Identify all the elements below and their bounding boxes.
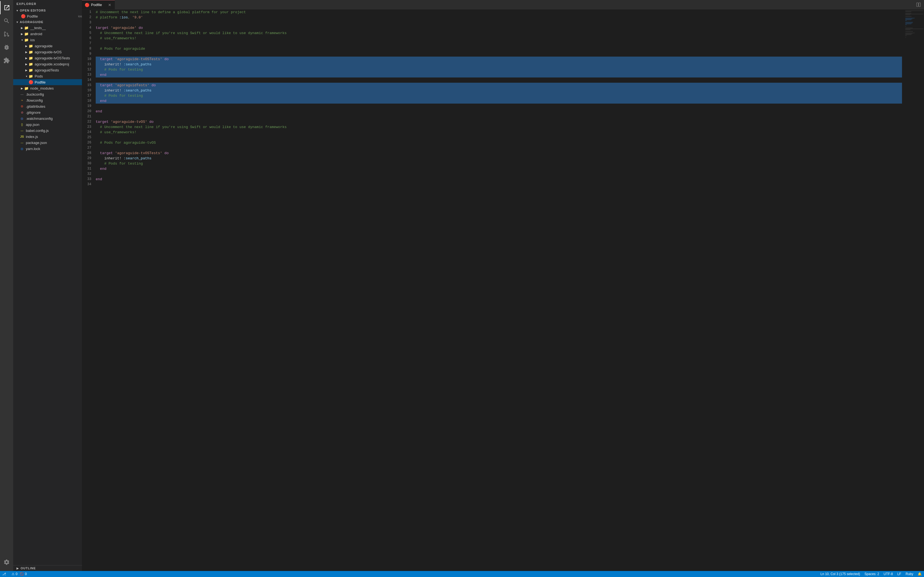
folder-arrow: ▾ (24, 74, 29, 78)
tree-item-node-modules[interactable]: ▶ 📁 node_modules (13, 85, 82, 91)
minimap-line (905, 29, 924, 29)
line-number: 7 (82, 41, 96, 46)
minimap-line (905, 13, 911, 13)
open-editor-podfile[interactable]: 🔴 Podfile ios (13, 13, 82, 19)
tab-close-button[interactable]: ✕ (108, 3, 112, 7)
line-number: 18 (82, 98, 96, 103)
status-spaces[interactable]: Spaces: 2 (863, 571, 881, 577)
minimap-line (905, 28, 913, 28)
folder-arrow: ▶ (20, 86, 24, 90)
code-line (96, 114, 902, 119)
open-editor-label: Podfile (27, 14, 77, 18)
tree-item-agoraguide[interactable]: ▶ 📁 agoraguide (13, 43, 82, 49)
line-numbers: 1234567891011121314151617181920212223242… (82, 10, 96, 571)
code-line: inherit! :search_paths (96, 156, 902, 161)
line-number: 19 (82, 103, 96, 109)
file-label: .flowconfig (26, 98, 82, 103)
tree-item-packagejson[interactable]: — package.json (13, 140, 82, 146)
folder-arrow: ▶ (20, 26, 24, 30)
folder-icon: 📁 (24, 26, 29, 30)
open-editor-badge: ios (78, 15, 82, 18)
code-line: end (96, 72, 902, 77)
split-editor-button[interactable] (915, 2, 922, 8)
outline-chevron: ▶ (16, 567, 19, 570)
line-number: 5 (82, 31, 96, 36)
line-number: 9 (82, 52, 96, 56)
folder-arrow: ▶ (24, 50, 29, 54)
tree-item-flowconfig[interactable]: ≈ .flowconfig (13, 97, 82, 103)
line-number: 3 (82, 20, 96, 25)
code-line: # use_frameworks! (96, 130, 902, 135)
language-label: Ruby (906, 572, 913, 576)
code-line: # Uncomment the next line to define a gl… (96, 10, 902, 15)
minimap-line (905, 22, 913, 23)
line-number: 16 (82, 88, 96, 93)
activity-bar-search[interactable] (0, 14, 13, 27)
status-line-ending[interactable]: LF (895, 571, 903, 577)
svg-rect-1 (919, 3, 921, 6)
folder-label: Pods (35, 74, 82, 78)
code-line: end (96, 177, 902, 182)
tree-item-babelconfig[interactable]: — babel.config.js (13, 127, 82, 134)
open-editors-section[interactable]: ▾ OPEN EDITORS (13, 8, 82, 13)
line-number: 15 (82, 83, 96, 88)
code-line: target 'agoraguide-tvOS' do (96, 119, 902, 124)
tree-item-watchmanconfig[interactable]: ◎ .watchmanconfig (13, 115, 82, 121)
tree-item-indexjs[interactable]: JS index.js (13, 134, 82, 140)
tab-podfile[interactable]: 🔴 Podfile ✕ (82, 0, 115, 9)
tree-item-pods[interactable]: ▾ 📁 Pods (13, 73, 82, 79)
tree-item-ios[interactable]: ▾ 📁 ios (13, 37, 82, 43)
activity-bar-git[interactable] (0, 27, 13, 41)
open-editors-label: OPEN EDITORS (20, 9, 46, 12)
folder-icon: 📁 (29, 74, 33, 78)
activity-bar-explorer[interactable] (0, 1, 13, 14)
tree-item-xcodeproj[interactable]: ▶ 📁 agoraguide.xcodeproj (13, 61, 82, 67)
tree-item-appjson[interactable]: {} app.json (13, 121, 82, 127)
tab-podfile-icon: 🔴 (85, 3, 89, 7)
spaces-label: Spaces: 2 (864, 572, 879, 576)
tree-item-agoraguide-tests[interactable]: ▶ 📁 agoraguidTests (13, 67, 82, 73)
status-language[interactable]: Ruby (903, 571, 916, 577)
tree-item-tests[interactable]: ▶ 📁 __tests__ (13, 25, 82, 31)
activity-bar-extensions[interactable] (0, 54, 13, 67)
main-content: 🔴 Podfile ✕ 1234567891011121314151617181… (82, 0, 924, 571)
tree-item-android[interactable]: ▶ 📁 android (13, 31, 82, 37)
tree-item-yarnlock[interactable]: ◎ yarn.lock (13, 146, 82, 152)
tree-item-buckconfig[interactable]: — .buckconfig (13, 91, 82, 97)
json-icon: — (20, 140, 24, 145)
status-bell[interactable]: 🔔 (916, 571, 924, 577)
code-line: # Pods for agoraguide-tvOS (96, 140, 902, 145)
line-number: 22 (82, 119, 96, 124)
watchman-icon: ◎ (20, 116, 24, 121)
code-line: # use_frameworks! (96, 36, 902, 41)
activity-bar (0, 0, 13, 571)
js-icon: — (20, 128, 24, 133)
status-branch[interactable]: ⎇ (0, 571, 9, 577)
podfile-icon: 🔴 (21, 14, 25, 18)
line-number: 4 (82, 25, 96, 31)
file-label: package.json (26, 141, 82, 145)
tree-item-gitignore[interactable]: ⊘ .gitignore (13, 110, 82, 115)
code-line: target 'agoraguide' do (96, 25, 902, 31)
folder-label: __tests__ (30, 26, 82, 30)
code-editor[interactable]: # Uncomment the next line to define a gl… (96, 10, 902, 571)
minimap-line (905, 14, 924, 14)
tree-item-gitattributes[interactable]: ⚙ .gitattributes (13, 103, 82, 110)
code-line (96, 41, 902, 46)
code-line: # Pods for testing (96, 67, 902, 72)
outline-section[interactable]: ▶ OUTLINE (13, 565, 82, 571)
status-line-col[interactable]: Ln 10, Col 3 (175 selected) (818, 571, 863, 577)
tree-item-podfile[interactable]: 🔴 Podfile (13, 79, 82, 85)
activity-bar-settings[interactable] (0, 556, 13, 569)
status-encoding[interactable]: UTF-8 (881, 571, 895, 577)
code-line (96, 145, 902, 151)
editor: 1234567891011121314151617181920212223242… (82, 10, 924, 571)
folder-arrow: ▶ (24, 56, 29, 60)
line-ending-label: LF (897, 572, 901, 576)
status-errors[interactable]: ⚠ 0 🚫 0 (9, 571, 29, 577)
status-right: Ln 10, Col 3 (175 selected) Spaces: 2 UT… (818, 571, 924, 577)
tree-item-agoraguide-tvos[interactable]: ▶ 📁 agoraguide-tvOS (13, 49, 82, 55)
project-section[interactable]: ▾ AGORAGUIDE (13, 19, 82, 25)
activity-bar-debug[interactable] (0, 41, 13, 54)
tree-item-agoraguide-tvostests[interactable]: ▶ 📁 agoraguide-tvOSTests (13, 55, 82, 61)
